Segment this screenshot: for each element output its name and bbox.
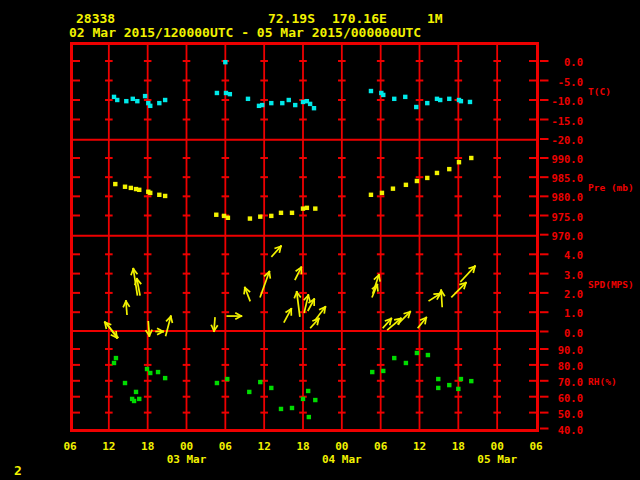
- x-axis-hour-label: 06: [374, 440, 387, 453]
- wind-arrow: [212, 318, 218, 331]
- relative_humidity-data-point: [447, 383, 451, 387]
- x-axis-hour-label: 12: [102, 440, 115, 453]
- pressure-data-point: [248, 216, 252, 220]
- pressure-data-point: [457, 160, 461, 164]
- x-axis-hour-label: 06: [63, 440, 76, 453]
- y-axis-tick-label: 0.0: [535, 56, 583, 68]
- page-number: 2: [14, 463, 22, 478]
- pressure-data-point: [391, 186, 395, 190]
- x-axis-hour-label: 00: [180, 440, 193, 453]
- relative_humidity-data-point: [301, 397, 305, 401]
- pressure-data-point: [129, 186, 133, 190]
- pressure-data-point: [123, 185, 127, 189]
- panel-unit-label-temperature: T(C): [588, 86, 611, 97]
- y-axis-tick-label: 1.0: [535, 307, 583, 319]
- pressure-data-point: [214, 213, 218, 217]
- wind-arrow: [439, 290, 445, 306]
- relative_humidity-data-point: [123, 381, 127, 385]
- y-axis-tick-label: -15.0: [535, 115, 583, 127]
- wind-arrow: [461, 266, 475, 281]
- pressure-data-point: [435, 171, 439, 175]
- y-axis-tick-label: 4.0: [535, 249, 583, 261]
- temperature-data-point: [124, 99, 128, 103]
- y-axis-tick-label: 3.0: [535, 269, 583, 281]
- x-axis-hour-label: 00: [335, 440, 348, 453]
- temperature-data-point: [468, 100, 472, 104]
- wind-arrow: [227, 313, 241, 319]
- x-axis-hour-label: 12: [258, 440, 271, 453]
- pressure-data-point: [222, 214, 226, 218]
- temperature-data-point: [228, 92, 232, 96]
- relative_humidity-data-point: [404, 361, 408, 365]
- x-axis-hour-label: 06: [529, 440, 542, 453]
- temperature-data-point: [403, 95, 407, 99]
- wind-arrow: [244, 288, 250, 301]
- y-axis-tick-label: 975.0: [535, 211, 583, 223]
- temperature-data-point: [438, 98, 442, 102]
- wind-arrow: [156, 329, 163, 335]
- relative_humidity-data-point: [436, 386, 440, 390]
- relative_humidity-data-point: [392, 356, 396, 360]
- x-axis-hour-label: 06: [219, 440, 232, 453]
- relative_humidity-data-point: [156, 370, 160, 374]
- y-axis-tick-label: 970.0: [535, 230, 583, 242]
- temperature-data-point: [308, 102, 312, 106]
- temperature-data-point: [135, 99, 139, 103]
- relative_humidity-data-point: [114, 356, 118, 360]
- pressure-data-point: [269, 214, 273, 218]
- temperature-data-point: [163, 98, 167, 102]
- pressure-data-point: [148, 191, 152, 195]
- wind-arrow: [166, 316, 172, 335]
- relative_humidity-data-point: [279, 407, 283, 411]
- pressure-data-point: [369, 193, 373, 197]
- y-axis-tick-label: 90.0: [535, 344, 583, 356]
- x-axis-hour-label: 12: [413, 440, 426, 453]
- relative_humidity-data-point: [215, 381, 219, 385]
- y-axis-tick-label: 990.0: [535, 153, 583, 165]
- relative_humidity-data-point: [145, 367, 149, 371]
- pressure-data-point: [425, 176, 429, 180]
- y-axis-tick-label: 50.0: [535, 408, 583, 420]
- y-axis-tick-label: 70.0: [535, 376, 583, 388]
- temperature-data-point: [280, 101, 284, 105]
- temperature-data-point: [115, 98, 119, 102]
- temperature-data-point: [287, 98, 291, 102]
- relative_humidity-data-point: [290, 406, 294, 410]
- relative_humidity-data-point: [148, 371, 152, 375]
- relative_humidity-data-point: [381, 369, 385, 373]
- pressure-data-point: [404, 183, 408, 187]
- wind-arrow: [272, 246, 281, 256]
- x-axis-date-label: 03 Mar: [167, 453, 207, 466]
- relative_humidity-data-point: [163, 376, 167, 380]
- y-axis-tick-label: -20.0: [535, 134, 583, 146]
- relative_humidity-data-point: [370, 370, 374, 374]
- y-axis-tick-label: -5.0: [535, 76, 583, 88]
- relative_humidity-data-point: [306, 389, 310, 393]
- relative_humidity-data-point: [436, 377, 440, 381]
- relative_humidity-data-point: [307, 415, 311, 419]
- y-axis-tick-label: 980.0: [535, 191, 583, 203]
- pressure-data-point: [163, 194, 167, 198]
- wind-arrow: [398, 312, 410, 324]
- temperature-data-point: [459, 99, 463, 103]
- pressure-data-point: [301, 206, 305, 210]
- y-axis-tick-label: 40.0: [535, 424, 583, 436]
- pressure-data-point: [415, 179, 419, 183]
- y-axis-tick-label: 985.0: [535, 172, 583, 184]
- pressure-data-point: [137, 188, 141, 192]
- x-axis-hour-label: 18: [141, 440, 154, 453]
- y-axis-tick-label: -10.0: [535, 95, 583, 107]
- temperature-data-point: [312, 106, 316, 110]
- temperature-data-point: [414, 105, 418, 109]
- wind-arrow: [373, 275, 380, 293]
- relative_humidity-data-point: [459, 377, 463, 381]
- temperature-data-point: [260, 103, 264, 107]
- relative_humidity-data-point: [456, 387, 460, 391]
- y-axis-tick-label: 0.0: [535, 327, 583, 339]
- temperature-data-point: [148, 104, 152, 108]
- panel-unit-label-relative_humidity: RH(%): [588, 376, 617, 387]
- temperature-data-point: [381, 93, 385, 97]
- x-axis-hour-label: 00: [491, 440, 504, 453]
- panel-unit-label-pressure: Pre (mb): [588, 182, 634, 193]
- x-axis-date-label: 05 Mar: [477, 453, 517, 466]
